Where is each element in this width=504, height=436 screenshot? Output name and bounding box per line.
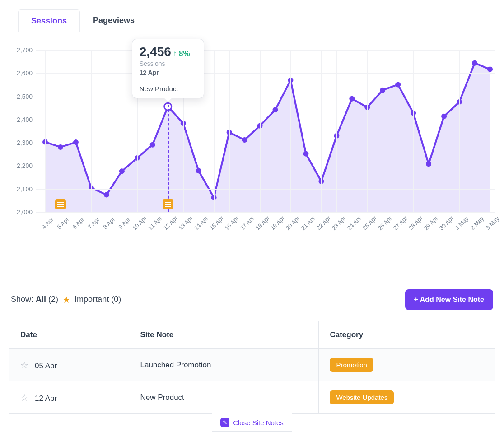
star-outline-icon[interactable]: ☆	[20, 360, 28, 370]
note-date: 05 Apr	[35, 362, 57, 370]
y-tick-label: 2,700	[17, 46, 33, 54]
x-tick-label: 26 Apr	[377, 215, 393, 232]
x-tick-label: 10 Apr	[131, 215, 148, 232]
category-badge: Website Updates	[330, 390, 394, 404]
x-tick-label: 23 Apr	[331, 215, 347, 232]
y-tick-label: 2,600	[17, 70, 33, 77]
x-tick-label: 27 Apr	[392, 215, 409, 232]
y-tick-label: 2,400	[17, 116, 33, 123]
x-tick-label: 22 Apr	[315, 215, 332, 232]
x-tick-label: 18 Apr	[254, 215, 271, 232]
note-text: Launched Promotion	[129, 349, 319, 381]
note-date: 12 Apr	[35, 394, 57, 403]
tooltip-metric: Sessions	[140, 60, 196, 67]
x-tick-label: 21 Apr	[300, 215, 317, 232]
x-tick-label: 3 May	[484, 215, 500, 231]
y-tick-label: 2,000	[17, 209, 33, 216]
x-tick-label: 5 Apr	[56, 216, 70, 230]
category-badge: Promotion	[330, 358, 373, 372]
tooltip-date: 12 Apr	[140, 69, 196, 76]
x-tick-label: 6 Apr	[71, 216, 85, 230]
tooltip-delta: ↑ 8%	[173, 49, 190, 58]
tab-pageviews[interactable]: Pageviews	[80, 9, 148, 32]
tab-sessions[interactable]: Sessions	[18, 9, 80, 32]
chart-tabs: Sessions Pageviews	[18, 9, 495, 32]
y-tick-label: 2,300	[17, 139, 33, 146]
column-date: Date	[9, 321, 129, 349]
site-note-marker-icon[interactable]	[163, 199, 173, 209]
table-row: ☆05 AprLaunched PromotionPromotion	[9, 349, 495, 381]
x-tick-label: 24 Apr	[346, 215, 363, 232]
filter-all[interactable]: All	[36, 295, 46, 304]
site-note-marker-icon[interactable]	[55, 199, 66, 209]
x-tick-label: 30 Apr	[438, 215, 455, 232]
site-notes-table: Date Site Note Category ☆05 AprLaunched …	[9, 321, 495, 414]
y-tick-label: 2,200	[17, 162, 33, 169]
close-site-notes-button[interactable]: ✎ Close Site Notes	[212, 413, 292, 432]
tooltip-note: New Product	[140, 85, 196, 93]
star-outline-icon[interactable]: ☆	[20, 393, 28, 403]
pencil-note-icon: ✎	[220, 418, 229, 427]
arrow-up-icon: ↑	[173, 49, 177, 58]
x-tick-label: 17 Apr	[238, 215, 255, 232]
filter-important[interactable]: Important	[75, 295, 109, 304]
x-tick-label: 4 Apr	[40, 216, 55, 230]
star-icon: ★	[62, 295, 70, 305]
tooltip-value: 2,456	[140, 45, 171, 59]
x-tick-label: 1 May	[454, 215, 470, 231]
chart-tooltip: 2,456↑ 8%Sessions12 AprNew Product	[132, 39, 204, 98]
x-tick-label: 9 Apr	[117, 216, 131, 230]
x-tick-label: 20 Apr	[285, 215, 301, 232]
x-tick-label: 12 Apr	[162, 215, 178, 232]
x-tick-label: 7 Apr	[86, 216, 101, 230]
y-tick-label: 2,100	[17, 186, 33, 193]
x-tick-label: 2 May	[469, 215, 485, 231]
notes-filter: Show: All (2) ★ Important (0)	[11, 294, 121, 305]
x-tick-label: 25 Apr	[361, 215, 378, 232]
x-tick-label: 8 Apr	[102, 216, 116, 230]
x-tick-label: 16 Apr	[223, 215, 240, 232]
note-text: New Product	[129, 381, 319, 414]
x-tick-label: 14 Apr	[192, 215, 209, 232]
site-notes-header: Show: All (2) ★ Important (0) + Add New …	[9, 289, 495, 310]
add-site-note-button[interactable]: + Add New Site Note	[405, 289, 493, 310]
sessions-chart: 2,0002,1002,2002,3002,4002,5002,6002,700…	[9, 41, 495, 235]
x-tick-label: 29 Apr	[423, 215, 439, 232]
column-category: Category	[319, 321, 495, 349]
x-tick-label: 11 Apr	[146, 215, 163, 232]
table-row: ☆12 AprNew ProductWebsite Updates	[9, 381, 495, 414]
x-tick-label: 13 Apr	[177, 215, 194, 232]
y-tick-label: 2,500	[17, 93, 33, 100]
x-tick-label: 28 Apr	[407, 215, 424, 232]
column-note: Site Note	[129, 321, 319, 349]
x-tick-label: 15 Apr	[208, 215, 224, 232]
x-tick-label: 19 Apr	[269, 215, 286, 232]
